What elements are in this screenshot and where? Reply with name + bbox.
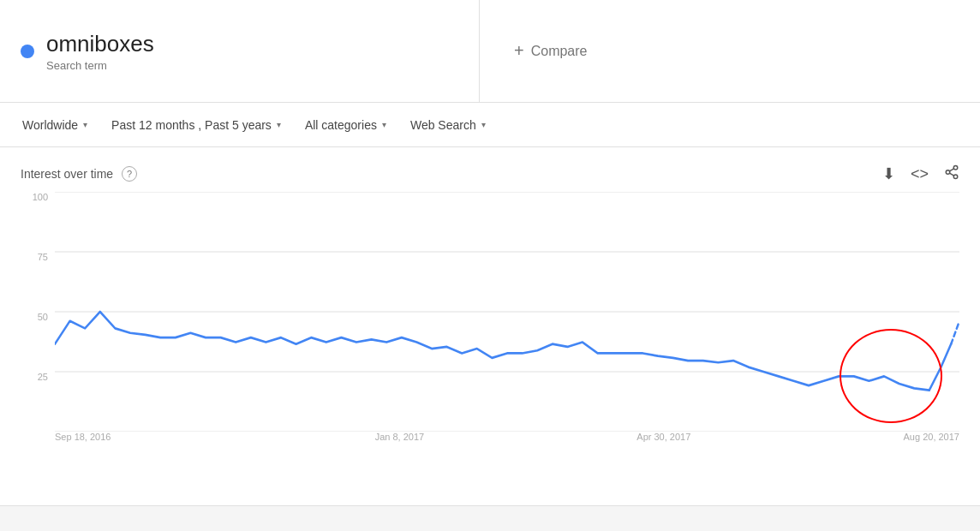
x-axis-labels: Sep 18, 2016 Jan 8, 2017 Apr 30, 2017 Au… <box>55 432 959 449</box>
x-label-aug: Aug 20, 2017 <box>904 432 959 449</box>
y-axis-labels: 100 75 50 25 <box>21 192 55 449</box>
compare-panel: + Compare <box>480 41 980 61</box>
svg-line-3 <box>949 173 953 176</box>
compare-label: Compare <box>531 44 588 59</box>
x-label-sep: Sep 18, 2016 <box>55 432 111 449</box>
help-icon[interactable]: ? <box>122 166 137 182</box>
search-term-name: omniboxes <box>46 31 154 57</box>
y-label-25: 25 <box>21 372 55 382</box>
compare-plus-icon: + <box>514 41 524 61</box>
chart-inner <box>55 192 959 432</box>
header: omniboxes Search term + Compare <box>0 0 980 103</box>
search-term-type: Search term <box>46 59 154 72</box>
x-label-jan: Jan 8, 2017 <box>375 432 425 449</box>
chart-area: 100 75 50 25 <box>21 192 959 449</box>
location-chevron-icon: ▾ <box>83 120 87 129</box>
time-chevron-icon: ▾ <box>277 120 281 129</box>
search-type-chevron-icon: ▾ <box>481 120 486 129</box>
svg-point-1 <box>946 170 950 175</box>
term-info: omniboxes Search term <box>46 31 154 72</box>
time-label: Past 12 months , Past 5 years <box>111 118 272 132</box>
download-icon[interactable]: ⬇ <box>882 164 895 183</box>
search-type-label: Web Search <box>410 118 476 132</box>
chart-section: Interest over time ? ⬇ <> 100 75 50 25 <box>0 147 980 457</box>
compare-button[interactable]: + Compare <box>514 41 588 61</box>
chart-title: Interest over time <box>21 167 113 181</box>
location-filter[interactable]: Worldwide ▾ <box>14 113 96 137</box>
chart-header: Interest over time ? ⬇ <> <box>21 164 959 183</box>
filter-bar: Worldwide ▾ Past 12 months , Past 5 year… <box>0 103 980 147</box>
svg-point-0 <box>953 166 958 170</box>
categories-chevron-icon: ▾ <box>382 120 386 129</box>
y-label-50: 50 <box>21 312 55 322</box>
categories-filter[interactable]: All categories ▾ <box>296 113 395 137</box>
share-icon[interactable] <box>944 164 959 183</box>
y-label-75: 75 <box>21 252 55 262</box>
term-color-dot <box>21 45 34 58</box>
search-term-panel: omniboxes Search term <box>0 0 480 102</box>
time-filter[interactable]: Past 12 months , Past 5 years ▾ <box>103 113 290 137</box>
footer <box>0 505 980 531</box>
location-label: Worldwide <box>22 118 78 132</box>
search-type-filter[interactable]: Web Search ▾ <box>402 113 494 137</box>
svg-point-2 <box>953 175 958 179</box>
chart-actions: ⬇ <> <box>882 164 959 183</box>
x-label-apr: Apr 30, 2017 <box>636 432 690 449</box>
chart-title-row: Interest over time ? <box>21 166 137 182</box>
y-label-100: 100 <box>21 192 55 202</box>
embed-icon[interactable]: <> <box>911 165 929 183</box>
svg-line-4 <box>949 169 953 171</box>
categories-label: All categories <box>305 118 377 132</box>
